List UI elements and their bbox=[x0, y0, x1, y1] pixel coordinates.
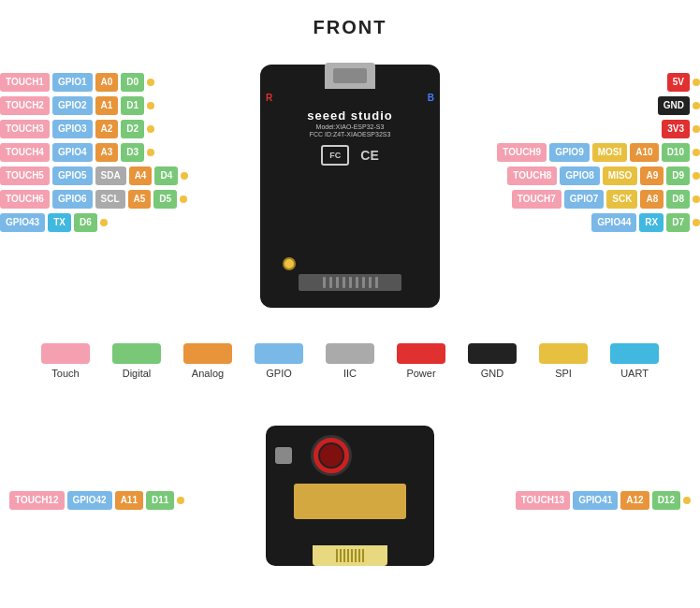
left-pin-row-0: TOUCH1GPIO1A0D0 bbox=[0, 72, 188, 93]
pin-touch6: TOUCH6 bbox=[0, 190, 50, 209]
pin-touch7: TOUCH7 bbox=[512, 190, 561, 209]
pin-a10: A10 bbox=[630, 143, 658, 162]
legend-item-gpio: GPIO bbox=[255, 343, 303, 379]
left-pin-row-3: TOUCH4GPIO4A3D3 bbox=[0, 142, 188, 163]
camera-lens bbox=[311, 435, 352, 476]
led-b: B bbox=[428, 93, 434, 103]
model-text: Model:XIAO-ESP32-S3 bbox=[316, 123, 385, 130]
legend-box-gpio bbox=[255, 343, 303, 364]
pin-d6: D6 bbox=[74, 213, 97, 232]
left-pin-row-4: TOUCH5GPIO5SDAA4D4 bbox=[0, 166, 188, 186]
brand-name: seeed studio bbox=[307, 109, 392, 123]
pin-gpio43: GPIO43 bbox=[0, 213, 45, 232]
bottom-connector bbox=[299, 274, 401, 291]
pin-dot-lower-right bbox=[683, 497, 691, 504]
pin-d11: D11 bbox=[146, 491, 174, 510]
pin-dot bbox=[693, 219, 700, 226]
pin-gpio5: GPIO5 bbox=[52, 166, 93, 185]
pin-dot bbox=[180, 195, 187, 203]
pin-dot bbox=[147, 102, 154, 109]
board-section: TOUCH1GPIO1A0D0TOUCH2GPIO2A1D1TOUCH3GPIO… bbox=[0, 46, 700, 345]
camera-lens-inner bbox=[318, 442, 344, 469]
pin-touch5: TOUCH5 bbox=[0, 166, 50, 185]
pcb-board: R B seeed studio Model:XIAO-ESP32-S3 FCC… bbox=[260, 65, 440, 308]
pin-d2: D2 bbox=[121, 120, 144, 138]
right-pin-row-5: D8A8SCKGPIO7TOUCH7 bbox=[512, 189, 700, 210]
pin-a0: A0 bbox=[95, 73, 119, 92]
pin-a11: A11 bbox=[115, 491, 143, 510]
pin-dot bbox=[147, 149, 154, 156]
pin-dot bbox=[147, 125, 154, 133]
pin-tx: TX bbox=[48, 213, 71, 232]
pin-gpio9: GPIO9 bbox=[549, 143, 590, 162]
pin-a1: A1 bbox=[95, 96, 119, 115]
legend-box-spi bbox=[539, 343, 588, 364]
camera-sensor bbox=[294, 484, 406, 519]
pin-gpio1: GPIO1 bbox=[52, 73, 93, 92]
pin-gpio8: GPIO8 bbox=[560, 166, 600, 185]
legend-box-power bbox=[397, 343, 445, 364]
right-pin-row-6: D7RXGPIO44 bbox=[591, 212, 700, 233]
pin-a9: A9 bbox=[640, 166, 664, 185]
legend-label-digital: Digital bbox=[123, 368, 152, 379]
legend-label-uart: UART bbox=[620, 368, 649, 379]
pin-touch3: TOUCH3 bbox=[0, 120, 50, 138]
flash-led bbox=[275, 447, 292, 464]
pin-miso: MISO bbox=[603, 166, 638, 185]
pin-touch1: TOUCH1 bbox=[0, 73, 50, 92]
pin-a8: A8 bbox=[640, 190, 664, 209]
pin-a3: A3 bbox=[95, 143, 119, 162]
board-led bbox=[283, 257, 296, 270]
pin-touch4: TOUCH4 bbox=[0, 143, 50, 162]
pin-gpio42: GPIO42 bbox=[67, 491, 112, 510]
right-pin-row-1: GND bbox=[658, 95, 700, 116]
led-r: R bbox=[266, 93, 272, 103]
pin-dot bbox=[693, 125, 700, 133]
pin-touch2: TOUCH2 bbox=[0, 96, 50, 115]
left-pin-row-6: GPIO43TXD6 bbox=[0, 212, 188, 233]
legend-label-gpio: GPIO bbox=[266, 368, 292, 379]
lower-left-pins: TOUCH12GPIO42A11D11 bbox=[9, 491, 184, 510]
legend-label-gnd: GND bbox=[481, 368, 503, 379]
pin-5v: 5V bbox=[667, 73, 690, 92]
pin-touch13: TOUCH13 bbox=[516, 491, 571, 510]
pin-gpio3: GPIO3 bbox=[52, 120, 93, 138]
top-dots: R B bbox=[266, 93, 434, 103]
legend-item-digital: Digital bbox=[112, 343, 161, 379]
legend-label-spi: SPI bbox=[555, 368, 572, 379]
legend-label-iic: IIC bbox=[343, 368, 357, 379]
pin-mosi: MOSI bbox=[592, 143, 628, 162]
camera-module bbox=[266, 426, 434, 566]
pin-d0: D0 bbox=[121, 73, 144, 92]
camera-fpc bbox=[313, 545, 387, 566]
fc-mark: FC bbox=[321, 145, 349, 166]
pin-d5: D5 bbox=[153, 190, 177, 209]
legend-box-analog bbox=[183, 343, 232, 364]
pin-3v3: 3V3 bbox=[662, 120, 690, 138]
pin-gpio41: GPIO41 bbox=[573, 491, 618, 510]
pin-sda: SDA bbox=[95, 166, 126, 185]
pin-dot bbox=[693, 102, 700, 109]
lower-section: TOUCH12GPIO42A11D11 D12A12GPIO41TOUCH13 bbox=[0, 407, 700, 594]
lower-right-pins: D12A12GPIO41TOUCH13 bbox=[516, 491, 691, 510]
pin-gpio6: GPIO6 bbox=[52, 190, 93, 209]
pin-dot bbox=[147, 79, 154, 86]
left-pins: TOUCH1GPIO1A0D0TOUCH2GPIO2A1D1TOUCH3GPIO… bbox=[0, 72, 188, 233]
legend-box-uart bbox=[610, 343, 659, 364]
pin-dot-lower-left bbox=[177, 497, 184, 504]
usb-connector bbox=[325, 63, 375, 89]
legend-item-iic: IIC bbox=[326, 343, 374, 379]
legend-box-gnd bbox=[468, 343, 517, 364]
legend-box-iic bbox=[326, 343, 374, 364]
pin-d10: D10 bbox=[662, 143, 690, 162]
pin-dot bbox=[181, 172, 188, 180]
right-pins: 5VGND3V3D10A10MOSIGPIO9TOUCH9D9A9MISOGPI… bbox=[497, 72, 700, 233]
pin-scl: SCL bbox=[95, 190, 125, 209]
pin-d9: D9 bbox=[666, 166, 690, 185]
pin-sck: SCK bbox=[606, 190, 637, 209]
legend-item-power: Power bbox=[397, 343, 445, 379]
pin-d8: D8 bbox=[666, 190, 690, 209]
pin-touch9: TOUCH9 bbox=[497, 143, 547, 162]
left-pin-row-1: TOUCH2GPIO2A1D1 bbox=[0, 95, 188, 116]
legend-item-uart: UART bbox=[610, 343, 659, 379]
